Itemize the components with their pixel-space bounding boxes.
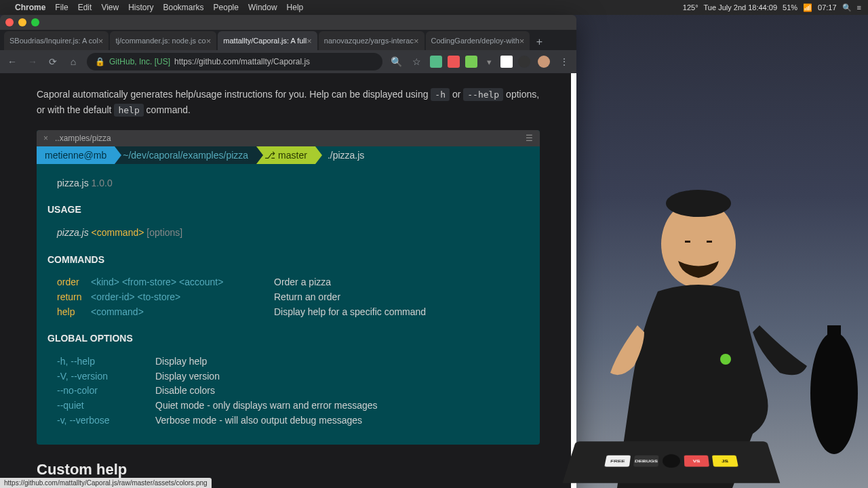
tab-caporal[interactable]: mattallty/Caporal.js: A full× (218, 31, 317, 50)
tab-commander[interactable]: tj/commander.js: node.js co× (110, 31, 216, 50)
command-name: return (57, 290, 91, 305)
extension-icon[interactable]: ▾ (483, 56, 495, 68)
menu-file[interactable]: File (55, 3, 68, 12)
close-tab-icon[interactable]: × (98, 36, 104, 46)
menu-icon[interactable]: ⋮ (557, 55, 571, 68)
extension-icon[interactable] (448, 56, 460, 68)
svg-point-1 (666, 190, 731, 217)
cli-name: pizza.js (57, 178, 89, 188)
date-time[interactable]: Tue July 2nd 18:44:09 (704, 3, 777, 12)
control-center-icon[interactable]: ≡ (857, 3, 861, 12)
heading-custom-help: Custom help (37, 461, 540, 479)
prompt-branch: ⎇master (256, 146, 315, 164)
option-desc: Verbose mode - will also output debug me… (155, 413, 362, 428)
svg-point-4 (720, 354, 731, 365)
command-row: order<kind> <from-store> <account>Order … (47, 275, 529, 290)
minimize-window-button[interactable] (18, 18, 26, 26)
app-name[interactable]: Chrome (15, 3, 45, 12)
clock[interactable]: 07:17 (818, 3, 837, 12)
sticker: VS (684, 455, 709, 467)
option-desc: Quiet mode - only displays warn and erro… (155, 399, 378, 413)
star-icon[interactable]: ☆ (410, 55, 423, 68)
back-button[interactable]: ← (5, 55, 19, 68)
link-status-bar: https://github.com/mattallty/Caporal.js/… (0, 478, 212, 488)
window-titlebar (0, 15, 576, 30)
search-page-icon[interactable]: 🔍 (389, 55, 403, 68)
command-args: <command> (91, 305, 274, 320)
tab-codinggarden[interactable]: CodingGarden/deploy-with× (426, 31, 530, 50)
code-help-cmd: help (114, 104, 143, 117)
search-icon[interactable]: 🔍 (842, 3, 852, 12)
menu-help[interactable]: Help (287, 3, 304, 12)
menu-view[interactable]: View (101, 3, 119, 12)
new-tab-button[interactable]: + (531, 34, 547, 50)
menu-window[interactable]: Window (248, 3, 277, 12)
svg-rect-6 (827, 325, 841, 359)
extension-icon[interactable] (518, 56, 530, 68)
extension-icon[interactable] (465, 56, 477, 68)
command-row: return<order-id> <to-store>Return an ord… (47, 290, 529, 305)
command-name: order (57, 275, 91, 290)
usage-optional: [options] (146, 227, 182, 238)
site-org: GitHub, Inc. [US] (109, 57, 170, 66)
extension-icon[interactable] (500, 56, 513, 68)
close-window-button[interactable] (5, 18, 14, 26)
battery-indicator[interactable]: 51% (783, 3, 797, 12)
profile-avatar[interactable] (537, 55, 551, 68)
page-content[interactable]: Caporal automatically generates help/usa… (0, 73, 576, 488)
url-bar[interactable]: 🔒 GitHub, Inc. [US] https://github.com/m… (87, 53, 382, 70)
forward-button[interactable]: → (26, 55, 39, 68)
sticker: DEBUGS (633, 455, 658, 467)
prompt-path: ~/dev/caporal/examples/pizza (115, 146, 256, 164)
close-tab-icon[interactable]: × (206, 36, 212, 46)
cli-version: 1.0.0 (92, 178, 113, 188)
intro-text: or (452, 89, 463, 100)
code-h-flag: -h (431, 88, 450, 101)
extension-icon[interactable] (430, 56, 442, 68)
maximize-window-button[interactable] (31, 18, 39, 26)
tab-inquirer[interactable]: SBoudrias/Inquirer.js: A col× (4, 31, 108, 50)
prompt-command: ./pizza.js (315, 146, 364, 164)
section-commands: COMMANDS (47, 253, 529, 268)
usage-required: <command> (92, 227, 144, 238)
home-button[interactable]: ⌂ (66, 55, 80, 68)
usage-exe: pizza.js (57, 227, 89, 238)
tab-label: nanovazquez/yargs-interac (324, 37, 414, 45)
tab-label: mattallty/Caporal.js: A full (223, 37, 307, 45)
option-row: -h, --helpDisplay help (47, 354, 529, 369)
terminal-prompt: metienne@mb ~/dev/caporal/examples/pizza… (37, 146, 540, 164)
site-url: https://github.com/mattallty/Caporal.js (174, 57, 310, 66)
terminal-screenshot: × ..xamples/pizza ☰ metienne@mb ~/dev/ca… (37, 130, 540, 445)
tab-yargs[interactable]: nanovazquez/yargs-interac× (319, 31, 425, 50)
option-row: -v, --verboseVerbose mode - will also ou… (47, 413, 529, 428)
close-tab-icon[interactable]: × (307, 36, 312, 46)
menu-history[interactable]: History (128, 3, 153, 12)
tab-label: tj/commander.js: node.js co (115, 37, 205, 45)
prompt-user: metienne@mb (37, 146, 115, 164)
wifi-icon[interactable]: 📶 (803, 3, 812, 12)
option-desc: Display version (155, 369, 220, 384)
menu-people[interactable]: People (214, 3, 239, 12)
usage-line: pizza.js <command> [options] (47, 226, 529, 241)
menu-edit[interactable]: Edit (78, 3, 92, 12)
intro-text: Caporal automatically generates help/usa… (37, 89, 431, 100)
option-flag: -h, --help (57, 354, 155, 369)
chrome-window: SBoudrias/Inquirer.js: A col× tj/command… (0, 15, 576, 488)
reload-button[interactable]: ⟳ (46, 55, 60, 68)
tab-label: SBoudrias/Inquirer.js: A col (9, 37, 98, 45)
close-tab-icon[interactable]: × (414, 36, 419, 46)
tab-strip: SBoudrias/Inquirer.js: A col× tj/command… (0, 30, 576, 50)
option-row: --quietQuiet mode - only displays warn a… (47, 399, 529, 413)
sticker: FREE (604, 455, 631, 467)
command-desc: Order a pizza (274, 275, 331, 290)
option-desc: Display help (155, 354, 207, 369)
temperature-indicator[interactable]: 125° (683, 3, 698, 12)
option-flag: --no-color (57, 384, 155, 399)
extensions: ▾ (430, 56, 530, 68)
close-tab-icon[interactable]: × (519, 36, 525, 46)
menu-bookmarks[interactable]: Bookmarks (163, 3, 204, 12)
command-args: <order-id> <to-store> (91, 290, 274, 305)
option-row: -V, --versionDisplay version (47, 369, 529, 384)
command-row: help<command>Display help for a specific… (47, 305, 529, 320)
intro-text: command. (146, 104, 191, 115)
